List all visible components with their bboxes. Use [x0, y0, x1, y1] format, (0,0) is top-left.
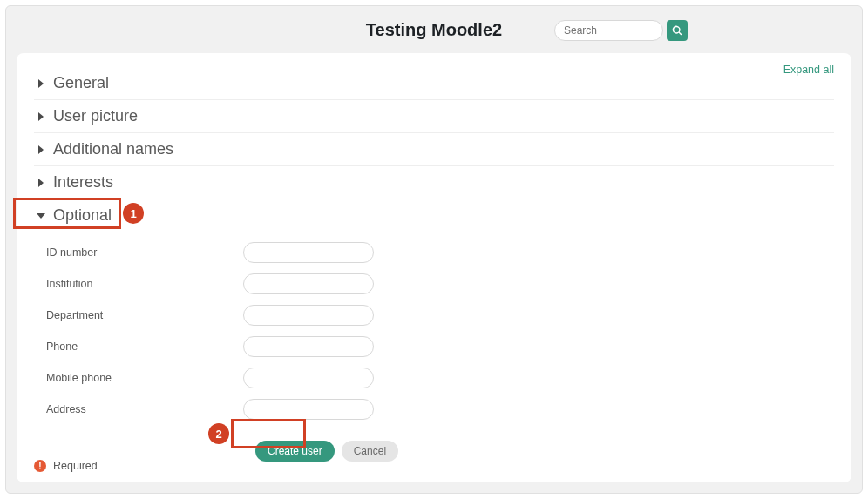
warning-icon: ! [34, 460, 46, 472]
field-row-address: Address [34, 394, 834, 425]
mobile-input[interactable] [243, 368, 374, 388]
section-additional-names-header[interactable]: Additional names [34, 133, 834, 165]
section-optional: Optional ID number Institution Departmen… [34, 199, 834, 462]
field-label: Department [34, 309, 243, 321]
chevron-right-icon [34, 112, 48, 121]
app-window: Testing Moodle2 Expand all General Us [5, 5, 863, 494]
search-button[interactable] [667, 20, 688, 41]
required-label: Required [53, 460, 98, 472]
section-interests-header[interactable]: Interests [34, 166, 834, 199]
search-container [554, 20, 688, 41]
form-actions: Create user Cancel [255, 441, 834, 462]
chevron-right-icon [34, 145, 48, 154]
section-user-picture: User picture [34, 100, 834, 133]
section-additional-names: Additional names [34, 133, 834, 166]
idnumber-input[interactable] [243, 242, 374, 263]
field-label: Mobile phone [34, 372, 243, 384]
create-user-button[interactable]: Create user [255, 441, 335, 462]
address-input[interactable] [243, 399, 374, 420]
section-title: General [53, 74, 109, 92]
search-input[interactable] [554, 20, 663, 41]
page-title: Testing Moodle2 [366, 20, 502, 40]
field-row-phone: Phone [34, 331, 834, 362]
chevron-down-icon [34, 212, 48, 220]
field-label: Phone [34, 341, 243, 353]
section-general-header[interactable]: General [34, 67, 834, 99]
section-interests: Interests [34, 166, 834, 199]
cancel-button[interactable]: Cancel [342, 441, 398, 462]
chevron-right-icon [34, 79, 48, 88]
phone-input[interactable] [243, 336, 374, 357]
header-bar: Testing Moodle2 [6, 6, 862, 53]
field-row-institution: Institution [34, 268, 834, 300]
section-title: Optional [53, 206, 112, 225]
form-card: Expand all General User picture [17, 53, 851, 482]
search-icon [672, 25, 682, 36]
optional-fields: ID number Institution Department Phone M… [34, 232, 834, 432]
field-row-idnumber: ID number [34, 237, 834, 268]
institution-input[interactable] [243, 273, 374, 294]
field-label: ID number [34, 246, 243, 259]
section-title: Additional names [53, 140, 173, 158]
field-label: Institution [34, 278, 243, 290]
required-note: ! Required [34, 460, 98, 472]
section-title: User picture [53, 107, 138, 125]
field-label: Address [34, 403, 243, 415]
field-row-department: Department [34, 300, 834, 331]
expand-all-link[interactable]: Expand all [783, 64, 834, 76]
section-title: Interests [53, 173, 113, 192]
chevron-right-icon [34, 179, 48, 187]
department-input[interactable] [243, 305, 374, 326]
section-optional-header[interactable]: Optional [34, 199, 834, 232]
section-user-picture-header[interactable]: User picture [34, 100, 834, 132]
section-general: General [34, 67, 834, 100]
field-row-mobile: Mobile phone [34, 362, 834, 394]
